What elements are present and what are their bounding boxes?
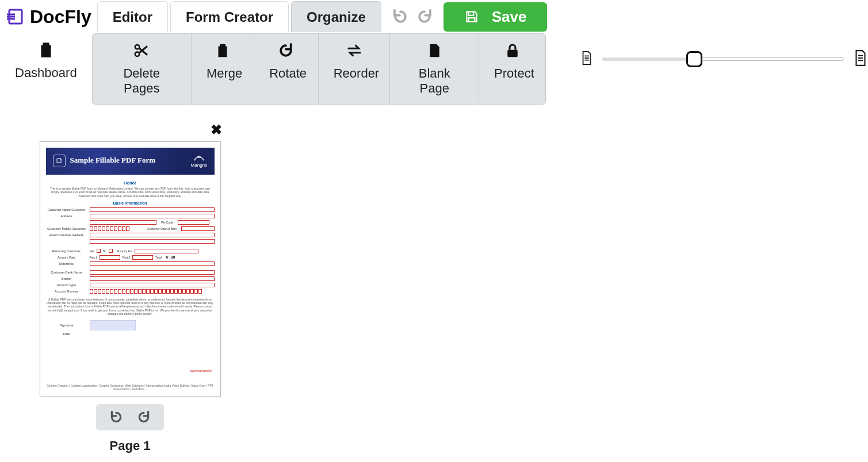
zoom-slider[interactable]	[602, 53, 844, 65]
zoom-control	[580, 33, 868, 69]
zoom-out-icon[interactable]	[580, 51, 593, 68]
zoom-slider-thumb[interactable]	[686, 51, 702, 67]
svg-rect-3	[507, 50, 518, 57]
reorder-icon	[346, 42, 363, 59]
save-button[interactable]: Save	[443, 2, 548, 32]
tab-editor[interactable]: Editor	[97, 1, 168, 32]
rotate-ccw-icon[interactable]	[109, 410, 124, 425]
page-rotate-controls	[96, 404, 164, 430]
save-icon	[464, 9, 479, 24]
undo-icon[interactable]	[392, 8, 409, 25]
mangrol-logo: Mangrol	[191, 153, 208, 168]
tool-blank-page[interactable]: Blank Page	[390, 34, 479, 104]
rotate-icon	[277, 42, 295, 59]
scissors-icon	[133, 42, 150, 59]
logo-icon	[7, 6, 28, 27]
blank-page-icon	[426, 42, 443, 59]
page-preview: Sample Fillable PDF Form Mangrol Hello! …	[40, 141, 221, 397]
close-icon[interactable]: ✖	[38, 122, 222, 141]
dashboard-icon	[36, 40, 56, 60]
rotate-cw-icon[interactable]	[136, 410, 151, 425]
organize-toolbar: Delete Pages Merge Rotate Reorder Blank …	[92, 33, 546, 105]
dashboard-button[interactable]: Dashboard	[0, 33, 92, 80]
tool-protect[interactable]: Protect	[479, 34, 545, 104]
tool-reorder[interactable]: Reorder	[319, 34, 391, 104]
tool-rotate[interactable]: Rotate	[254, 34, 319, 104]
tab-form-creator[interactable]: Form Creator	[170, 1, 289, 32]
logo-text: DocFly	[30, 6, 91, 28]
tool-merge[interactable]: Merge	[192, 34, 254, 104]
redo-icon[interactable]	[416, 8, 433, 25]
page-thumbnail-1[interactable]: ✖ Sample Fillable PDF Form Mangrol Hello…	[38, 122, 222, 453]
merge-icon	[214, 42, 231, 59]
zoom-in-icon[interactable]	[853, 49, 868, 69]
page-label: Page 1	[38, 438, 222, 453]
logo: DocFly	[6, 5, 93, 29]
tab-organize[interactable]: Organize	[291, 1, 381, 32]
form-icon	[53, 155, 66, 167]
tool-delete-pages[interactable]: Delete Pages	[93, 34, 192, 104]
lock-icon	[504, 42, 521, 59]
